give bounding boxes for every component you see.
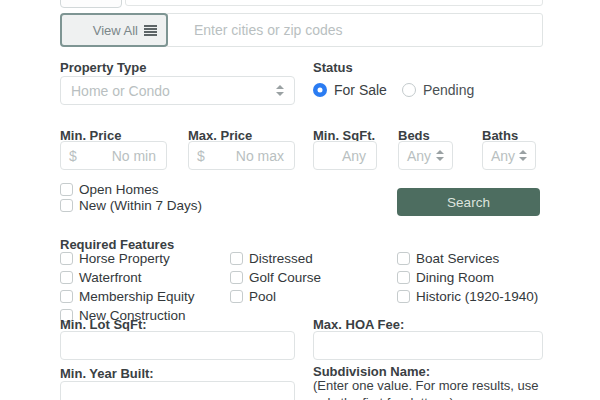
min-lot-sqft-label: Min. Lot SqFt: <box>60 317 147 332</box>
pending-label: Pending <box>423 82 474 98</box>
new-listings-label: New (Within 7 Days) <box>79 198 202 213</box>
feature-label: Dining Room <box>416 270 494 285</box>
checkbox-new-within-7-days[interactable]: New (Within 7 Days) <box>60 198 202 213</box>
select-arrows-icon <box>275 85 284 96</box>
radio-for-sale[interactable]: For Sale <box>313 82 387 98</box>
required-features-label: Required Features <box>60 237 174 252</box>
min-year-built-label: Min. Year Built: <box>60 366 154 381</box>
partial-top-tab[interactable] <box>60 0 122 8</box>
checkbox-icon <box>60 183 73 196</box>
max-price-input[interactable]: $ No max <box>188 141 295 170</box>
checkbox-pool[interactable]: Pool <box>230 289 321 304</box>
select-arrows-icon <box>435 150 444 161</box>
property-type-label: Property Type <box>60 60 146 75</box>
partial-top-input[interactable] <box>125 0 543 6</box>
max-hoa-fee-input[interactable] <box>313 331 543 360</box>
checkbox-historic[interactable]: Historic (1920-1940) <box>397 289 538 304</box>
min-sqft-input[interactable]: Any <box>313 141 377 170</box>
feature-label: Boat Services <box>416 251 499 266</box>
feature-label: Historic (1920-1940) <box>416 289 538 304</box>
property-type-select[interactable]: Home or Condo <box>60 76 295 105</box>
checkbox-membership-equity[interactable]: Membership Equity <box>60 289 195 304</box>
min-price-placeholder: No min <box>112 148 156 164</box>
for-sale-label: For Sale <box>334 82 387 98</box>
baths-value: Any <box>491 148 515 164</box>
status-radio-group: For Sale Pending <box>313 82 474 98</box>
max-price-placeholder: No max <box>236 148 284 164</box>
open-homes-label: Open Homes <box>79 182 159 197</box>
checkbox-icon <box>60 252 73 265</box>
beds-value: Any <box>407 148 431 164</box>
currency-prefix: $ <box>69 148 77 164</box>
feature-label: Golf Course <box>249 270 321 285</box>
status-label: Status <box>313 60 353 75</box>
checkbox-icon <box>230 290 243 303</box>
checkbox-boat-services[interactable]: Boat Services <box>397 251 538 266</box>
radio-pending[interactable]: Pending <box>402 82 474 98</box>
feature-label: Membership Equity <box>79 289 195 304</box>
view-all-button[interactable]: View All <box>60 13 168 47</box>
search-form: View All Property Type Home or Condo Sta… <box>0 0 600 400</box>
radio-unchecked-icon <box>402 83 416 97</box>
min-year-built-input[interactable] <box>60 381 295 400</box>
checkbox-icon <box>397 252 410 265</box>
currency-prefix: $ <box>197 148 205 164</box>
checkbox-icon <box>60 290 73 303</box>
checkbox-open-homes[interactable]: Open Homes <box>60 182 159 197</box>
subdivision-name-label: Subdivision Name: <box>313 364 430 379</box>
search-button[interactable]: Search <box>397 188 540 216</box>
checkbox-icon <box>230 271 243 284</box>
features-column-3: Boat Services Dining Room Historic (1920… <box>397 251 538 304</box>
checkbox-horse-property[interactable]: Horse Property <box>60 251 195 266</box>
min-price-input[interactable]: $ No min <box>60 141 167 170</box>
checkbox-icon <box>60 271 73 284</box>
checkbox-icon <box>397 290 410 303</box>
subdivision-helper-text: (Enter one value. For more results, use … <box>313 378 549 400</box>
checkbox-golf-course[interactable]: Golf Course <box>230 270 321 285</box>
feature-label: Distressed <box>249 251 313 266</box>
features-column-1: Horse Property Waterfront Membership Equ… <box>60 251 195 323</box>
checkbox-dining-room[interactable]: Dining Room <box>397 270 538 285</box>
view-all-label: View All <box>93 23 138 38</box>
select-arrows-icon <box>518 150 527 161</box>
checkbox-distressed[interactable]: Distressed <box>230 251 321 266</box>
baths-select[interactable]: Any <box>482 141 536 170</box>
beds-select[interactable]: Any <box>398 141 453 170</box>
city-search-input[interactable] <box>167 13 543 47</box>
features-column-2: Distressed Golf Course Pool <box>230 251 321 304</box>
checkbox-icon <box>230 252 243 265</box>
menu-icon <box>144 25 157 36</box>
feature-label: Pool <box>249 289 276 304</box>
checkbox-waterfront[interactable]: Waterfront <box>60 270 195 285</box>
checkbox-icon <box>397 271 410 284</box>
property-type-value: Home or Condo <box>71 83 170 99</box>
min-lot-sqft-input[interactable] <box>60 331 295 360</box>
feature-label: Horse Property <box>79 251 170 266</box>
feature-label: Waterfront <box>79 270 142 285</box>
checkbox-icon <box>60 199 73 212</box>
radio-checked-icon <box>313 83 327 97</box>
min-sqft-placeholder: Any <box>342 148 366 164</box>
max-hoa-fee-label: Max. HOA Fee: <box>313 317 404 332</box>
